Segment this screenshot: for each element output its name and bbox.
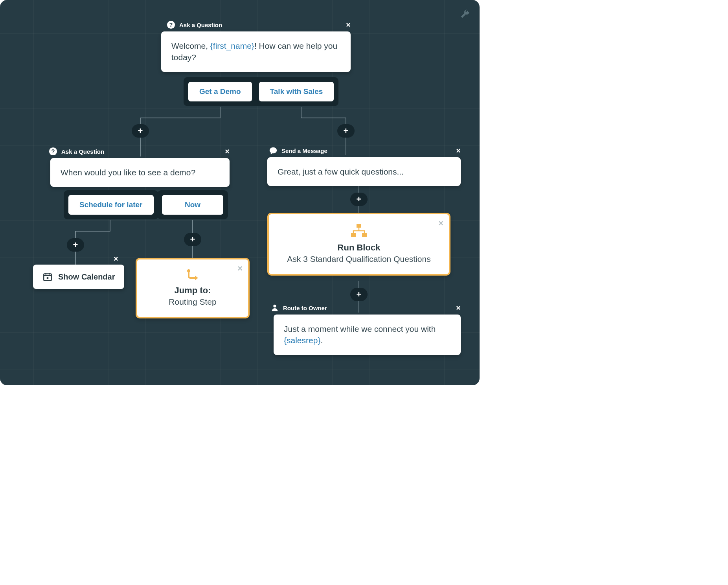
svg-point-10 <box>273 305 276 307</box>
add-step-button[interactable]: + <box>67 238 84 252</box>
node-header-msg1: Send a Message × <box>269 146 461 155</box>
option-wrap: Now <box>157 190 228 219</box>
question-icon: ? <box>49 147 57 156</box>
close-icon[interactable]: × <box>237 263 243 274</box>
action-subtitle: Routing Step <box>149 297 236 307</box>
variable-token: {salesrep} <box>284 336 320 345</box>
close-icon[interactable]: × <box>346 20 351 29</box>
svg-rect-8 <box>351 233 356 237</box>
add-step-button[interactable]: + <box>350 193 368 206</box>
question-icon: ? <box>167 20 175 29</box>
svg-rect-9 <box>362 233 367 237</box>
node-type-label: Ask a Question <box>179 22 222 28</box>
close-icon[interactable]: × <box>114 254 118 263</box>
card-text: Great, just a few quick questions... <box>278 167 404 176</box>
jump-icon <box>186 269 200 283</box>
question-card-q1[interactable]: Welcome, {first_name}! How can we help y… <box>161 31 351 72</box>
text-segment: . <box>320 336 323 345</box>
close-icon[interactable]: × <box>438 218 443 228</box>
option-wrap: Schedule for later <box>64 190 158 219</box>
add-step-button[interactable]: + <box>337 124 355 138</box>
person-icon <box>270 304 279 312</box>
option-get-a-demo[interactable]: Get a Demo <box>188 82 252 101</box>
text-segment: Welcome, <box>171 41 210 50</box>
option-schedule-later[interactable]: Schedule for later <box>68 195 154 215</box>
action-title: Jump to: <box>149 285 236 296</box>
close-icon[interactable]: × <box>456 304 461 313</box>
node-type-label: Route to Owner <box>283 305 327 311</box>
node-header-route1: Route to Owner × <box>270 304 461 312</box>
calendar-icon <box>42 272 53 282</box>
settings-icon[interactable] <box>458 9 470 20</box>
route-card[interactable]: Just a moment while we connect you with … <box>274 315 461 355</box>
add-step-button[interactable]: + <box>184 233 201 246</box>
svg-point-6 <box>187 269 190 272</box>
flow-canvas[interactable]: ? Ask a Question × Welcome, {first_name}… <box>0 0 480 385</box>
add-step-button[interactable]: + <box>350 288 368 301</box>
action-subtitle: Ask 3 Standard Qualification Questions <box>281 254 437 264</box>
jump-to-card[interactable]: × Jump to: Routing Step <box>136 258 250 318</box>
node-header-q2: ? Ask a Question × <box>49 147 230 156</box>
svg-rect-7 <box>357 224 361 228</box>
svg-rect-5 <box>47 277 48 279</box>
calendar-label: Show Calendar <box>58 272 115 281</box>
variable-token: {first_name} <box>210 41 254 50</box>
node-header-q1: ? Ask a Question × <box>167 20 351 29</box>
option-talk-with-sales[interactable]: Talk with Sales <box>259 82 334 101</box>
question-card-q2[interactable]: When would you like to see a demo? <box>50 158 230 187</box>
node-type-label: Ask a Question <box>61 148 104 155</box>
close-icon[interactable]: × <box>225 147 230 156</box>
svg-text:?: ? <box>51 148 55 155</box>
message-card-msg1[interactable]: Great, just a few quick questions... <box>267 157 461 186</box>
svg-text:?: ? <box>169 22 173 28</box>
node-type-label: Send a Message <box>281 147 327 154</box>
text-segment: Just a moment while we connect you with <box>284 324 436 333</box>
action-title: Run Block <box>281 243 437 253</box>
option-now[interactable]: Now <box>162 195 223 215</box>
options-bar-q1: Get a Demo Talk with Sales <box>184 77 338 106</box>
show-calendar-card[interactable]: Show Calendar <box>33 265 124 289</box>
flow-block-icon <box>350 224 368 240</box>
add-step-button[interactable]: + <box>132 124 149 138</box>
run-block-card[interactable]: × Run Block Ask 3 Standard Qualification… <box>267 213 450 276</box>
chat-bubble-icon <box>269 146 278 155</box>
card-text: When would you like to see a demo? <box>61 168 195 177</box>
close-icon[interactable]: × <box>456 146 461 155</box>
